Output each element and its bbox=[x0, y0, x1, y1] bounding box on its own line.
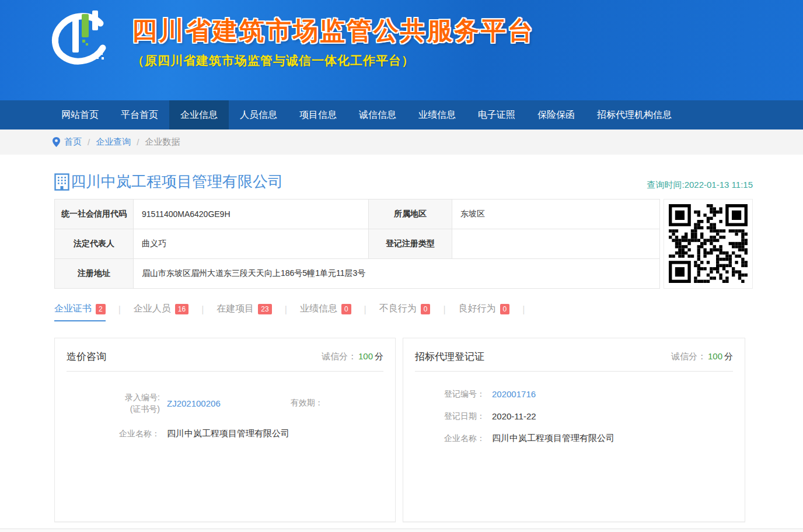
info-label-registration-type: 登记注册类型 bbox=[369, 229, 452, 259]
cert-number-link[interactable]: ZJ202100206 bbox=[167, 398, 221, 408]
tab-label: 不良行为 bbox=[379, 303, 417, 315]
tab-count-badge: 0 bbox=[341, 304, 351, 314]
table-row: 统一社会信用代码 91511400MA6420GE9H 所属地区 东坡区 bbox=[55, 200, 660, 229]
credit-score: 诚信分：100分 bbox=[671, 351, 733, 362]
company-name-value: 四川中岚工程项目管理有限公司 bbox=[167, 428, 289, 439]
nav-item-insurance-guarantee[interactable]: 保险保函 bbox=[526, 100, 586, 130]
site-subtitle: （原四川省建筑市场监管与诚信一体化工作平台） bbox=[132, 52, 535, 69]
footer-divider bbox=[0, 528, 803, 532]
cert-number-label: 录入编号: (证书号) bbox=[67, 391, 160, 415]
score-value: 100 bbox=[358, 351, 373, 361]
info-value-address: 眉山市东坡区眉州大道东三段天天向上186号5幢1单元11层3号 bbox=[134, 259, 660, 289]
tab-bad-behavior[interactable]: 不良行为 0 bbox=[379, 303, 431, 321]
credit-score: 诚信分：100分 bbox=[322, 351, 383, 362]
registration-date-label: 登记日期： bbox=[415, 410, 485, 422]
tab-separator: | bbox=[364, 304, 366, 320]
registration-number-label: 登记编号： bbox=[415, 388, 485, 400]
score-label: 诚信分： bbox=[322, 351, 357, 361]
company-name-label: 企业名称： bbox=[415, 432, 485, 444]
tab-label: 企业人员 bbox=[134, 303, 171, 315]
tab-label: 良好行为 bbox=[459, 303, 496, 315]
company-name-row: 企业名称： 四川中岚工程项目管理有限公司 bbox=[415, 432, 733, 444]
building-icon bbox=[54, 173, 69, 191]
nav-item-credit-info[interactable]: 诚信信息 bbox=[348, 100, 407, 130]
registration-date-value: 2020-11-22 bbox=[492, 411, 536, 421]
info-label-credit-code: 统一社会信用代码 bbox=[55, 200, 134, 229]
tab-label: 企业证书 bbox=[54, 303, 92, 315]
table-row: 注册地址 眉山市东坡区眉州大道东三段天天向上186号5幢1单元11层3号 bbox=[55, 259, 660, 289]
breadcrumb-home[interactable]: 首页 bbox=[64, 136, 82, 148]
site-title: 四川省建筑市场监管公共服务平台 bbox=[132, 14, 535, 48]
cost-consulting-card: 造价咨询 诚信分：100分 录入编号: (证书号) ZJ202100206 有效… bbox=[54, 338, 396, 522]
validity-label: 有效期： bbox=[291, 398, 323, 408]
tab-projects-under-construction[interactable]: 在建项目 23 bbox=[217, 303, 271, 321]
site-logo-icon bbox=[50, 6, 111, 72]
table-row: 法定代表人 曲义巧 登记注册类型 bbox=[55, 229, 660, 259]
cert-number-row: 录入编号: (证书号) ZJ202100206 有效期： bbox=[67, 391, 383, 415]
site-banner: 四川省建筑市场监管公共服务平台 （原四川省建筑市场监管与诚信一体化工作平台） bbox=[0, 0, 803, 100]
company-name: 四川中岚工程项目管理有限公司 bbox=[71, 172, 283, 192]
tab-count-badge: 16 bbox=[175, 304, 188, 314]
company-info-table: 统一社会信用代码 91511400MA6420GE9H 所属地区 东坡区 法定代… bbox=[54, 199, 660, 289]
breadcrumb: 首页 / 企业查询 / 企业数据 bbox=[0, 130, 803, 155]
certificate-cards: 造价咨询 诚信分：100分 录入编号: (证书号) ZJ202100206 有效… bbox=[54, 338, 753, 522]
company-name-label: 企业名称： bbox=[67, 428, 160, 439]
info-label-legal-rep: 法定代表人 bbox=[55, 229, 134, 259]
query-time: 查询时间:2022-01-13 11:15 bbox=[647, 180, 753, 192]
tab-separator: | bbox=[118, 304, 121, 320]
info-value-credit-code: 91511400MA6420GE9H bbox=[134, 200, 369, 229]
tab-good-behavior[interactable]: 良好行为 0 bbox=[459, 303, 510, 321]
tab-performance-info[interactable]: 业绩信息 0 bbox=[300, 303, 351, 321]
score-unit: 分 bbox=[724, 351, 733, 361]
tab-separator: | bbox=[522, 304, 525, 320]
nav-item-personnel-info[interactable]: 人员信息 bbox=[229, 100, 288, 130]
info-label-address: 注册地址 bbox=[55, 259, 134, 289]
info-value-legal-rep: 曲义巧 bbox=[134, 229, 369, 259]
card-title: 造价咨询 bbox=[67, 350, 106, 363]
score-label: 诚信分： bbox=[671, 351, 706, 361]
tab-label: 在建项目 bbox=[217, 303, 254, 315]
info-value-region: 东坡区 bbox=[452, 200, 660, 229]
card-title: 招标代理登记证 bbox=[415, 350, 484, 363]
nav-item-bidding-agency-info[interactable]: 招标代理机构信息 bbox=[586, 100, 683, 130]
tab-count-badge: 0 bbox=[421, 304, 431, 314]
registration-date-row: 登记日期： 2020-11-22 bbox=[415, 410, 733, 422]
tab-count-badge: 2 bbox=[96, 304, 106, 314]
tab-separator: | bbox=[201, 304, 204, 320]
qr-code-box bbox=[664, 199, 753, 289]
info-label-region: 所属地区 bbox=[369, 200, 452, 229]
location-pin-icon bbox=[53, 137, 60, 147]
tab-count-badge: 0 bbox=[500, 304, 510, 314]
breadcrumb-separator: / bbox=[88, 137, 90, 147]
tab-separator: | bbox=[285, 304, 287, 320]
tab-enterprise-personnel[interactable]: 企业人员 16 bbox=[134, 303, 188, 321]
info-value-registration-type bbox=[452, 229, 660, 259]
nav-item-enterprise-info[interactable]: 企业信息 bbox=[169, 100, 229, 130]
bidding-agency-registration-card: 招标代理登记证 诚信分：100分 登记编号： 202001716 登记日期： 2… bbox=[403, 338, 745, 522]
nav-item-website-home[interactable]: 网站首页 bbox=[50, 100, 110, 130]
company-name-value: 四川中岚工程项目管理有限公司 bbox=[492, 433, 615, 444]
main-nav: 网站首页 平台首页 企业信息 人员信息 项目信息 诚信信息 业绩信息 电子证照 … bbox=[0, 100, 803, 130]
tab-label: 业绩信息 bbox=[300, 303, 337, 315]
breadcrumb-current: 企业数据 bbox=[145, 136, 180, 148]
nav-item-e-certificate[interactable]: 电子证照 bbox=[467, 100, 526, 130]
score-value: 100 bbox=[708, 351, 722, 361]
registration-number-row: 登记编号： 202001716 bbox=[415, 388, 733, 400]
tab-separator: | bbox=[443, 304, 445, 320]
nav-item-platform-home[interactable]: 平台首页 bbox=[110, 100, 169, 130]
breadcrumb-separator: / bbox=[137, 137, 139, 147]
registration-number-link[interactable]: 202001716 bbox=[492, 389, 536, 399]
tab-enterprise-certificates[interactable]: 企业证书 2 bbox=[54, 303, 106, 321]
tab-count-badge: 23 bbox=[258, 304, 271, 314]
main-content: 四川中岚工程项目管理有限公司 查询时间:2022-01-13 11:15 统一社… bbox=[54, 172, 753, 522]
nav-item-performance-info[interactable]: 业绩信息 bbox=[407, 100, 467, 130]
qr-code bbox=[669, 204, 748, 283]
score-unit: 分 bbox=[375, 351, 383, 361]
company-name-row: 企业名称： 四川中岚工程项目管理有限公司 bbox=[67, 428, 383, 439]
nav-item-project-info[interactable]: 项目信息 bbox=[288, 100, 348, 130]
detail-tabs: 企业证书 2 | 企业人员 16 | 在建项目 23 | 业绩信息 0 | 不良… bbox=[54, 303, 753, 321]
breadcrumb-enterprise-query[interactable]: 企业查询 bbox=[96, 136, 131, 148]
company-title: 四川中岚工程项目管理有限公司 bbox=[54, 172, 283, 192]
